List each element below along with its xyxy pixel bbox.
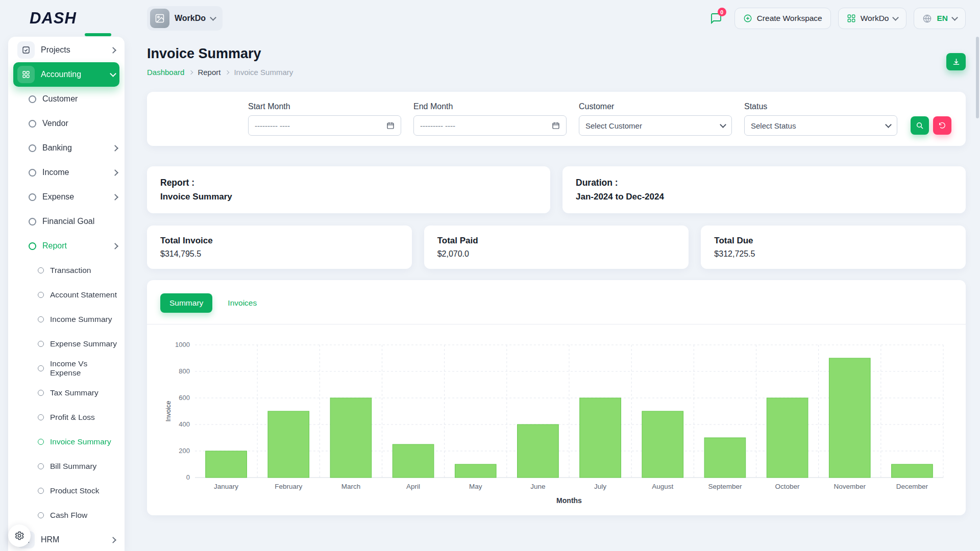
workspace-menu-button[interactable]: WorkDo bbox=[838, 8, 907, 29]
sidebar-item-label: Cash Flow bbox=[50, 511, 87, 520]
scrollbar-thumb[interactable] bbox=[976, 37, 979, 118]
sidebar-item-financial-goal[interactable]: Financial Goal bbox=[8, 209, 125, 234]
sidebar-item-vendor[interactable]: Vendor bbox=[8, 111, 125, 136]
bar-june bbox=[518, 424, 559, 478]
status-select[interactable]: Select Status bbox=[744, 115, 897, 136]
create-workspace-button[interactable]: Create Workspace bbox=[734, 8, 831, 29]
sidebar-item-label: Financial Goal bbox=[42, 217, 94, 226]
sidebar-item-income-vs-expense[interactable]: Income Vs Expense bbox=[8, 356, 125, 381]
breadcrumb-current: Invoice Summary bbox=[234, 68, 293, 77]
bullet-icon bbox=[38, 390, 44, 396]
plus-circle-icon bbox=[743, 14, 752, 23]
bar-october bbox=[767, 398, 808, 478]
bullet-icon bbox=[38, 439, 44, 445]
bullet-icon bbox=[38, 512, 44, 518]
language-selector[interactable]: EN bbox=[914, 8, 966, 29]
bar-january bbox=[206, 451, 247, 478]
sidebar-item-invoice-summary[interactable]: Invoice Summary bbox=[8, 430, 125, 454]
status-field: Status Select Status bbox=[744, 102, 897, 136]
sidebar-item-bill-summary[interactable]: Bill Summary bbox=[8, 454, 125, 479]
filter-card: Start Month --------- ---- End Month ---… bbox=[147, 92, 966, 146]
sidebar-item-projects[interactable]: Projects bbox=[13, 38, 119, 62]
svg-text:September: September bbox=[708, 483, 742, 490]
bar-july bbox=[580, 398, 621, 478]
bullet-icon bbox=[29, 95, 36, 103]
sidebar-item-label: Expense Summary bbox=[50, 339, 117, 348]
sidebar-item-account-statement[interactable]: Account Statement bbox=[8, 283, 125, 307]
workspace-avatar bbox=[150, 9, 169, 28]
sidebar-item-report[interactable]: Report bbox=[8, 234, 125, 258]
end-month-input[interactable]: --------- ---- bbox=[413, 115, 567, 136]
sidebar-item-label: Transaction bbox=[50, 266, 91, 275]
chevron-right-icon bbox=[112, 243, 118, 249]
calendar-icon bbox=[552, 121, 560, 130]
chevron-down-icon bbox=[110, 70, 116, 77]
create-workspace-label: Create Workspace bbox=[757, 14, 822, 23]
search-button[interactable] bbox=[911, 116, 929, 135]
total-due-card: Total Due $312,725.5 bbox=[701, 226, 966, 269]
sidebar-item-expense-summary[interactable]: Expense Summary bbox=[8, 332, 125, 356]
app-logo[interactable]: DASH bbox=[0, 0, 133, 37]
customer-select[interactable]: Select Customer bbox=[579, 115, 732, 136]
start-month-input[interactable]: --------- ---- bbox=[248, 115, 401, 136]
sidebar-item-income-summary[interactable]: Income Summary bbox=[8, 307, 125, 332]
sidebar-item-profit-loss[interactable]: Profit & Loss bbox=[8, 405, 125, 430]
bar-may bbox=[455, 464, 496, 478]
reset-button[interactable] bbox=[933, 116, 951, 135]
svg-text:August: August bbox=[652, 483, 673, 490]
workspace-switcher[interactable]: WorkDo bbox=[147, 6, 223, 31]
chevron-right-icon bbox=[189, 70, 193, 74]
svg-text:April: April bbox=[406, 483, 420, 490]
bullet-icon bbox=[38, 365, 44, 371]
sidebar-item-transaction[interactable]: Transaction bbox=[8, 258, 125, 283]
chevron-down-icon bbox=[951, 14, 958, 21]
report-card-value: Invoice Summary bbox=[160, 192, 537, 202]
settings-gear-button[interactable] bbox=[8, 524, 31, 547]
tab-invoices[interactable]: Invoices bbox=[228, 298, 257, 308]
top-header: WorkDo 0 Create Workspace bbox=[133, 0, 980, 37]
gear-icon bbox=[14, 531, 24, 541]
duration-card-label: Duration : bbox=[576, 178, 952, 188]
breadcrumb-report[interactable]: Report bbox=[198, 68, 220, 77]
chevron-right-icon bbox=[110, 537, 116, 543]
sidebar-item-customer[interactable]: Customer bbox=[8, 87, 125, 111]
sidebar-item-cash-flow[interactable]: Cash Flow bbox=[8, 503, 125, 528]
sidebar-menu: ProjectsAccountingCustomerVendorBankingI… bbox=[8, 37, 125, 551]
sidebar-item-income[interactable]: Income bbox=[8, 160, 125, 185]
svg-text:January: January bbox=[214, 483, 238, 490]
sidebar-item-banking[interactable]: Banking bbox=[8, 136, 125, 160]
sidebar-item-accounting[interactable]: Accounting bbox=[13, 62, 119, 87]
svg-text:December: December bbox=[896, 483, 928, 490]
bar-august bbox=[642, 411, 683, 478]
svg-text:400: 400 bbox=[179, 420, 190, 428]
chart-tabs: Summary Invoices bbox=[147, 280, 966, 324]
chevron-right-icon bbox=[110, 47, 116, 54]
sidebar-item-label: Vendor bbox=[42, 119, 68, 128]
sidebar-item-label: Income bbox=[42, 168, 69, 177]
chevron-down-icon bbox=[885, 121, 892, 128]
svg-text:800: 800 bbox=[179, 367, 190, 375]
bullet-icon bbox=[38, 463, 44, 469]
projects-icon bbox=[17, 41, 35, 59]
sidebar-item-label: Tax Summary bbox=[50, 388, 99, 397]
tab-summary[interactable]: Summary bbox=[160, 293, 212, 313]
bar-chart-svg: 02004006008001000JanuaryFebruaryMarchApr… bbox=[162, 339, 950, 507]
duration-card-value: Jan-2024 to Dec-2024 bbox=[576, 192, 952, 202]
logo-swoosh-icon bbox=[85, 33, 111, 36]
customer-select-value: Select Customer bbox=[585, 121, 721, 130]
breadcrumb: Dashboard Report Invoice Summary bbox=[147, 68, 293, 77]
sidebar-item-expense[interactable]: Expense bbox=[8, 185, 125, 209]
sidebar-item-tax-summary[interactable]: Tax Summary bbox=[8, 381, 125, 405]
total-invoice-card: Total Invoice $314,795.5 bbox=[147, 226, 412, 269]
bar-november bbox=[829, 358, 870, 478]
svg-text:May: May bbox=[469, 483, 482, 490]
language-label: EN bbox=[937, 14, 948, 23]
accounting-icon bbox=[17, 66, 35, 83]
sidebar-item-product-stock[interactable]: Product Stock bbox=[8, 479, 125, 503]
messages-button[interactable]: 0 bbox=[705, 8, 727, 29]
breadcrumb-dashboard[interactable]: Dashboard bbox=[147, 68, 184, 77]
sidebar-item-label: Banking bbox=[42, 143, 72, 153]
total-paid-value: $2,070.0 bbox=[437, 249, 676, 259]
download-button[interactable] bbox=[946, 53, 966, 70]
download-icon bbox=[952, 58, 961, 66]
